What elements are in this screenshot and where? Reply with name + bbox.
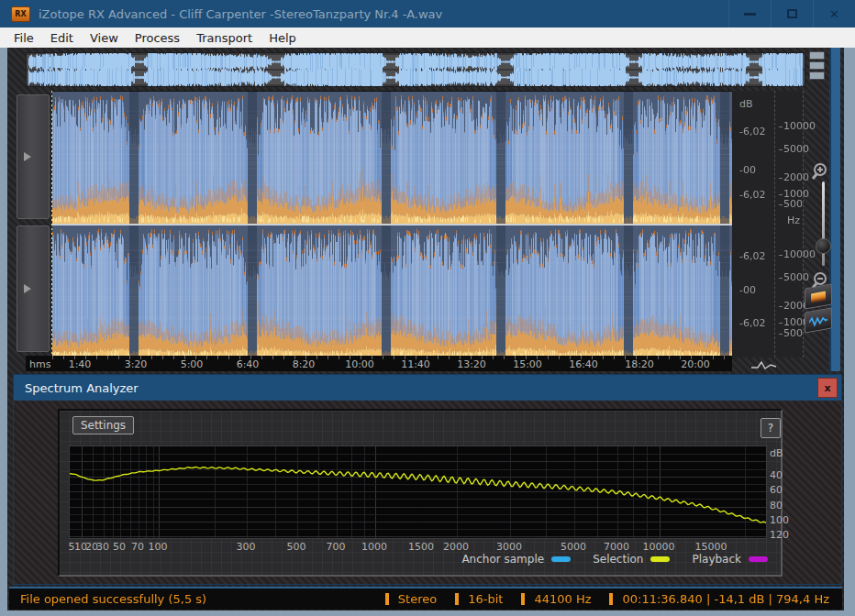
db-axis-tick-label: 40 — [770, 469, 783, 481]
hz-tick-label: 500 — [783, 327, 803, 339]
hz-tick-label: 5000 — [783, 143, 809, 155]
db-tick-label: -6,02 — [739, 317, 765, 329]
spectrogram-display[interactable] — [52, 91, 732, 358]
preset-icon[interactable] — [809, 72, 825, 80]
hz-unit-label: Hz — [787, 214, 800, 226]
spectrogram-view-button[interactable] — [805, 283, 832, 309]
client-area: dB-6,02-00-6,0210000500020001000500-6,02… — [7, 48, 844, 610]
ruler-tick-label: 11:40 — [401, 358, 430, 370]
freq-tick-label: 500 — [287, 541, 306, 553]
db-axis-tick-label: 120 — [770, 529, 789, 541]
menu-item-file[interactable]: File — [6, 29, 42, 47]
freq-tick-label: 5000 — [561, 541, 586, 553]
freq-tick-label: 7000 — [604, 541, 629, 553]
status-segment: 44100 Hz — [534, 592, 591, 606]
legend-swatch-icon — [749, 556, 768, 562]
freq-tick-label: 300 — [237, 541, 256, 553]
ruler-tick-label: 20:00 — [681, 358, 710, 370]
app-logo-icon: RX — [11, 6, 30, 22]
status-separator — [455, 593, 459, 605]
channel-strip-left[interactable] — [17, 94, 50, 219]
minimize-button[interactable] — [728, 0, 771, 28]
spectrum-legend: Anchor sampleSelectionPlayback — [461, 553, 768, 566]
ruler-tick-label: 1:40 — [69, 358, 92, 370]
frequency-db-scale: dB-6,02-00-6,0210000500020001000500-6,02… — [732, 91, 804, 358]
zoom-in-icon[interactable] — [809, 161, 829, 182]
freq-tick-label: 1000 — [361, 541, 387, 553]
maximize-icon — [787, 9, 797, 18]
ruler-tick-label: 8:20 — [293, 358, 316, 370]
selection-start-line — [51, 91, 52, 358]
ruler-tick-label: 18:20 — [625, 358, 654, 370]
hz-tick-label: 500 — [783, 198, 803, 210]
spectrum-analyzer-close-button[interactable]: x — [817, 378, 838, 398]
legend-item-playback: Playback — [692, 553, 768, 566]
legend-label: Anchor sample — [461, 553, 544, 566]
ruler-tick-label: 15:00 — [513, 358, 542, 370]
menu-item-view[interactable]: View — [82, 29, 127, 47]
legend-swatch-icon — [650, 556, 670, 562]
spectrogram-view-icon — [811, 291, 826, 302]
close-button[interactable]: ✕ — [813, 0, 855, 28]
ruler-tick-label: 3:20 — [125, 358, 148, 370]
waveform-view-button[interactable] — [805, 307, 832, 333]
freq-tick-label: 700 — [327, 541, 346, 553]
status-bar: File opened successfully (5,5 s) Stereo1… — [9, 587, 842, 610]
db-axis-unit: dB — [770, 447, 783, 459]
ruler-tick-label: 13:20 — [457, 358, 486, 370]
ruler-tick-label: 16:40 — [569, 358, 598, 370]
legend-label: Playback — [692, 553, 741, 566]
status-segment: 16-bit — [468, 592, 503, 606]
channel-arrow-icon — [24, 284, 31, 293]
menu-item-process[interactable]: Process — [127, 29, 188, 47]
legend-label: Selection — [593, 553, 643, 566]
waveform-overview[interactable] — [26, 52, 805, 87]
settings-button[interactable]: Settings — [72, 416, 134, 434]
status-segment: Stereo — [398, 592, 437, 606]
waveform-view-icon — [809, 314, 827, 328]
db-tick-label: -00 — [739, 164, 756, 176]
freq-tick-label: 2000 — [443, 541, 469, 553]
status-file-info: Stereo16-bit44100 Hz00:11:36.840 | -14,1… — [367, 588, 829, 610]
ruler-tick-label: 6:40 — [237, 358, 260, 370]
zoom-slider-knob[interactable] — [816, 238, 831, 254]
ruler-decoration-icon — [750, 359, 778, 370]
maximize-button[interactable] — [771, 0, 813, 28]
db-tick-label: -6,02 — [739, 189, 765, 201]
channel-arrow-icon — [24, 152, 31, 161]
freq-tick-label: 10000 — [643, 541, 675, 553]
titlebar: RX iZotope RX Advanced - Cliff Carpenter… — [0, 0, 855, 28]
db-axis-tick-label: 100 — [770, 514, 789, 526]
legend-swatch-icon — [551, 556, 571, 562]
preset-icon[interactable] — [809, 61, 825, 70]
layout-preset-buttons[interactable] — [809, 51, 825, 82]
freq-tick-label: 100 — [149, 541, 168, 553]
app-window: RX iZotope RX Advanced - Cliff Carpenter… — [0, 0, 855, 616]
window-controls: ✕ — [728, 0, 855, 28]
freq-tick-label: 70 — [131, 541, 144, 553]
menu-item-edit[interactable]: Edit — [42, 29, 82, 47]
hz-tick-label: 10000 — [783, 120, 816, 132]
db-tick-label: -00 — [739, 284, 756, 296]
spectrum-analyzer-header[interactable]: Spectrum Analyzer x — [14, 375, 841, 401]
preset-icon[interactable] — [809, 51, 825, 60]
menu-item-transport[interactable]: Transport — [188, 29, 261, 47]
time-ruler[interactable]: hms 1:403:205:006:408:2010:0011:4013:201… — [26, 356, 732, 371]
menu-item-help[interactable]: Help — [261, 29, 305, 47]
legend-item-selection: Selection — [593, 553, 670, 566]
db-unit-label: dB — [739, 98, 753, 110]
window-title: iZotope RX Advanced - Cliff Carpenter -S… — [39, 7, 442, 21]
db-tick-label: -6,02 — [739, 250, 765, 262]
spectrum-analyzer-title: Spectrum Analyzer — [25, 381, 139, 395]
channel-strip-right[interactable] — [17, 226, 50, 352]
spectrum-plot[interactable] — [69, 446, 767, 539]
status-separator — [609, 593, 613, 605]
status-separator — [521, 593, 525, 605]
help-button[interactable]: ? — [761, 418, 781, 438]
status-message: File opened successfully (5,5 s) — [20, 592, 206, 606]
ruler-tick-label: 10:00 — [345, 358, 374, 370]
spectrum-analyzer-panel: Spectrum Analyzer x Settings ? 510203050… — [13, 374, 842, 585]
freq-tick-label: 3000 — [496, 541, 522, 553]
freq-tick-label: 1500 — [408, 541, 434, 553]
status-separator — [385, 593, 389, 605]
